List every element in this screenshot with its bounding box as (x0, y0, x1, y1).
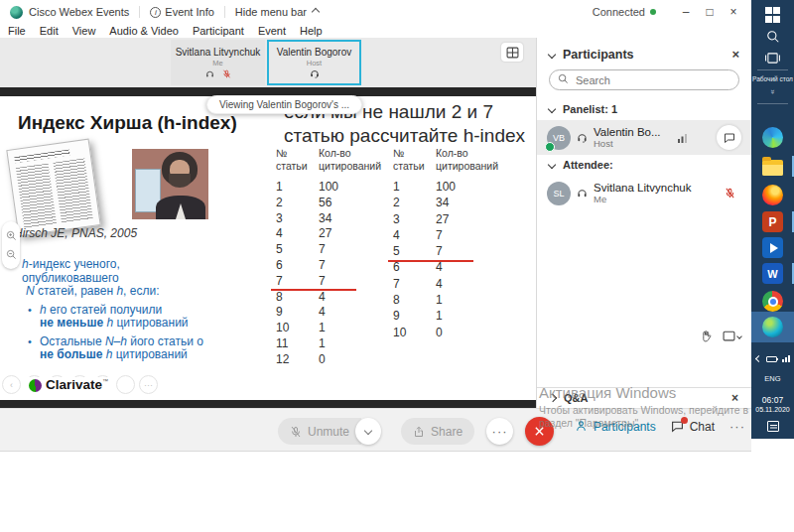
taskbar-app-explorer[interactable] (751, 156, 794, 176)
more-controls-button[interactable]: ··· (486, 418, 513, 445)
sub-bullet-line: h его статей получили (40, 304, 189, 318)
chevron-down-icon (548, 105, 556, 113)
firefox-icon (762, 185, 783, 205)
menu-item-edit[interactable]: Edit (40, 25, 59, 37)
task-view-icon (765, 52, 780, 65)
qa-close-button[interactable]: × (731, 391, 738, 405)
headset-icon (577, 132, 588, 143)
close-button[interactable]: × (722, 2, 745, 22)
raise-hand-button[interactable] (700, 330, 713, 342)
unmute-button[interactable]: Unmute (278, 418, 361, 445)
table-row: 77 (276, 274, 387, 290)
minimize-button[interactable]: – (674, 2, 698, 22)
unmute-options-button[interactable] (355, 418, 381, 445)
attendee-section-header[interactable]: Attendee: (537, 155, 751, 176)
search-input[interactable] (549, 69, 739, 90)
desktop-toolbar-expand[interactable]: » (751, 87, 794, 96)
headset-icon (577, 188, 588, 199)
clock-time[interactable]: 06:07 (751, 395, 794, 405)
panel-options-button[interactable] (723, 331, 741, 341)
action-center-button[interactable] (751, 421, 794, 432)
maximize-button[interactable]: □ (698, 2, 722, 22)
system-tray[interactable] (751, 355, 794, 362)
participant-row-svitlana[interactable]: SL Svitlana Litvynchuk Me (537, 176, 751, 210)
event-info-button[interactable]: Event Info (165, 6, 214, 18)
menu-item-participant[interactable]: Participant (193, 25, 244, 37)
taskbar-app-word[interactable]: W (751, 263, 794, 284)
sub-bullet-line: не меньше h цитирований (40, 317, 189, 331)
red-underline (271, 289, 356, 291)
taskbar-app-chrome[interactable] (751, 291, 794, 312)
divider (139, 6, 140, 18)
clock-date[interactable]: 05.11.2020 (751, 406, 794, 413)
prev-slide-button[interactable]: ‹ (2, 375, 21, 394)
connection-status: Connected (593, 6, 656, 18)
participants-toggle-button[interactable]: Participants (575, 420, 656, 434)
signal-bars-icon (677, 133, 689, 143)
hide-menu-bar-button[interactable]: Hide menu bar (235, 6, 307, 18)
video-thumbnail-svitlana[interactable]: Svitlana Litvynchuk Me (171, 40, 265, 85)
table-row: 67 (276, 258, 387, 274)
taskbar-app-webex[interactable] (751, 317, 794, 337)
tray-expand-icon[interactable] (754, 355, 761, 362)
menu-item-file[interactable]: File (8, 25, 26, 37)
panel-title: Participants (563, 48, 634, 62)
taskbar-app-edge[interactable] (751, 127, 794, 148)
share-button[interactable]: Share (401, 418, 474, 445)
app-title: Cisco Webex Events (29, 6, 129, 18)
leave-event-button[interactable] (525, 417, 554, 446)
slide-bullets: • h-индекс ученого, опубликовавшего N ст… (7, 258, 267, 362)
participant-role: Me (594, 194, 691, 205)
divider (224, 6, 225, 18)
table-row: 1100 (276, 180, 387, 196)
participant-name: Svitlana Litvynchuk (176, 47, 261, 58)
zoom-out-icon[interactable] (6, 249, 17, 260)
collapse-chevron-icon[interactable] (548, 50, 556, 58)
zoom-in-icon[interactable] (6, 230, 17, 241)
table-row: 427 (276, 226, 387, 242)
participant-role: Host (307, 59, 322, 67)
start-button[interactable] (751, 7, 794, 23)
taskbar-search-button[interactable] (751, 30, 794, 44)
share-icon (413, 426, 425, 438)
language-indicator[interactable]: ENG (751, 374, 794, 383)
file-explorer-icon (762, 160, 783, 176)
movies-tv-icon (762, 237, 783, 258)
menu-item-view[interactable]: View (72, 25, 96, 37)
task-view-button[interactable] (751, 52, 794, 65)
chat-with-participant-button[interactable] (717, 125, 741, 150)
menu-item-help[interactable]: Help (300, 25, 323, 37)
more-panels-button[interactable]: ··· (729, 419, 745, 434)
zoom-toolbar (2, 221, 20, 269)
menu-item-event[interactable]: Event (258, 25, 286, 37)
table-row: 234 (393, 196, 504, 211)
menu-item-audio-video[interactable]: Audio & Video (109, 25, 179, 37)
table-row: 64 (393, 260, 504, 276)
mic-muted-icon (290, 426, 302, 438)
participant-name: Valentin Bo... (594, 126, 661, 138)
taskbar-app-powerpoint[interactable]: P (751, 211, 794, 232)
presentation-nav-button[interactable] (116, 375, 135, 394)
network-icon (782, 355, 790, 362)
table-row: 327 (393, 212, 504, 228)
hirsch-portrait-image (132, 149, 208, 219)
taskbar-app-movies[interactable] (751, 237, 794, 258)
participant-role: Me (212, 59, 222, 67)
more-controls-button[interactable]: ··· (139, 375, 158, 394)
panelist-section-header[interactable]: Panelist: 1 (537, 99, 751, 120)
video-thumbnail-valentin[interactable]: Valentin Bogorov Host (267, 40, 361, 85)
layout-grid-button[interactable] (501, 43, 523, 62)
double-chevron-icon: » (768, 89, 777, 93)
participant-role: Host (594, 138, 661, 150)
citations-table-2: № статьиКол-во цитирований11002343274757… (393, 147, 504, 341)
participant-row-valentin[interactable]: VB Valentin Bo... Host (537, 120, 751, 155)
panel-close-button[interactable]: × (731, 47, 739, 62)
table-row: 84 (276, 290, 387, 306)
desktop-toolbar[interactable]: Рабочий стол (751, 75, 794, 82)
webex-logo-icon (10, 6, 23, 19)
chat-toggle-button[interactable]: Chat (671, 420, 715, 434)
taskbar-app-firefox[interactable] (751, 185, 794, 205)
participant-name: Valentin Bogorov (277, 47, 351, 58)
qa-section-header[interactable]: Q&A × (537, 387, 751, 408)
info-icon: i (150, 7, 161, 18)
